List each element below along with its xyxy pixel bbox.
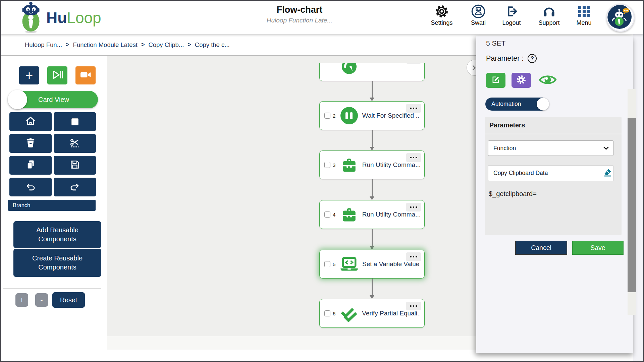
breadcrumb: Huloop Fun... > Function Module Latest >… [1, 34, 476, 56]
video-camera-icon [79, 68, 92, 82]
node-checkbox[interactable] [324, 113, 330, 119]
page-title-block: Flow-chart Huloop Function Late... [267, 5, 332, 24]
delete-button[interactable] [9, 134, 52, 153]
node-menu-button[interactable] [406, 203, 421, 212]
node-checkbox[interactable] [324, 212, 330, 218]
settings-parameter-button[interactable] [512, 73, 531, 88]
cut-button[interactable] [54, 134, 96, 153]
flow-node-6[interactable]: 6 Verify Partial Equali... [319, 299, 425, 328]
home-icon [25, 115, 36, 128]
user-avatar[interactable] [606, 4, 635, 32]
gear-icon [422, 4, 462, 19]
automation-toggle[interactable]: Automation [485, 98, 548, 111]
breadcrumb-item-3[interactable]: Copy Clipb... [148, 41, 184, 49]
pause-icon [339, 107, 359, 124]
copy-button[interactable] [9, 156, 52, 175]
copy-icon [25, 159, 36, 172]
node-menu-button[interactable] [406, 104, 421, 113]
nav-logout[interactable]: Logout [491, 4, 532, 26]
add-reusable-components-button[interactable]: Add Reusable Components [13, 221, 101, 248]
function-select[interactable]: Function [488, 140, 613, 156]
undo-button[interactable] [9, 178, 52, 196]
edit-parameter-button[interactable] [486, 73, 505, 88]
home-button[interactable] [9, 112, 52, 131]
zoom-out-button[interactable]: - [35, 293, 48, 307]
page-title: Flow-chart [267, 5, 332, 15]
panel-scrollbar-thumb[interactable] [628, 118, 636, 292]
flowchart-viewport: 2 Wait For Specified ... 3 Run Utility C… [107, 63, 476, 336]
node-menu-button[interactable] [406, 63, 421, 64]
function-select-value: Function [493, 145, 516, 152]
node-menu-button[interactable] [406, 252, 421, 261]
gear-icon [516, 75, 526, 86]
run-pause-button[interactable] [47, 66, 67, 84]
record-button[interactable] [75, 66, 96, 84]
edit-icon [491, 75, 500, 86]
save-button[interactable]: Save [572, 241, 624, 255]
node-checkbox[interactable] [324, 261, 330, 267]
flow-node-5[interactable]: 5 Set a Variable Value [319, 250, 425, 279]
eye-icon [539, 74, 557, 87]
flow-connector [372, 179, 373, 197]
nav-support[interactable]: Support [529, 4, 569, 26]
save-flow-button[interactable] [54, 156, 96, 175]
toggle-knob [537, 98, 549, 110]
expression-text: $_getclipboard= [489, 190, 537, 198]
add-node-button[interactable]: + [19, 66, 39, 84]
action-name-input[interactable] [488, 165, 613, 181]
flow-node-3[interactable]: 3 Run Utility Comma... [319, 150, 425, 179]
breadcrumb-item-2[interactable]: Function Module Latest [73, 41, 138, 49]
reset-zoom-button[interactable]: Reset [52, 292, 85, 308]
create-reusable-components-button[interactable]: Create Reusable Components [13, 249, 101, 277]
headset-icon [529, 4, 569, 19]
brand-name: HuLoop [46, 9, 101, 27]
breadcrumb-item-4[interactable]: Copy the c... [195, 41, 230, 49]
breadcrumb-separator: > [141, 41, 145, 48]
node-checkbox[interactable] [324, 162, 330, 168]
canvas-band [107, 336, 476, 350]
node-menu-button[interactable] [406, 153, 421, 162]
parameter-label: Parameter : [486, 54, 524, 63]
breadcrumb-item-1[interactable]: Huloop Fun... [25, 41, 62, 49]
parameter-header: Parameter : ? [486, 54, 537, 63]
step-properties-panel: 5 SET Parameter : ? [476, 36, 633, 353]
flow-node-2[interactable]: 2 Wait For Specified ... [319, 101, 425, 130]
huloop-bot-avatar-icon [607, 5, 632, 29]
toolbox-icon [339, 157, 359, 173]
preview-button[interactable] [538, 73, 557, 88]
flow-connector [372, 130, 373, 147]
stop-icon [71, 118, 78, 125]
parameters-divider [485, 134, 622, 134]
browser-icon [339, 63, 359, 75]
automation-label: Automation [491, 101, 521, 108]
nav-settings[interactable]: Settings [422, 4, 462, 26]
canvas-footer-area [107, 350, 476, 361]
step-label: 5 SET [486, 39, 505, 47]
parameters-box: Parameters Function $_getclipboard= [485, 117, 622, 235]
huloop-window: HuLoop Flow-chart Huloop Function Late..… [0, 0, 644, 362]
stop-button[interactable] [54, 112, 96, 131]
flowchart-canvas[interactable]: 2 Wait For Specified ... 3 Run Utility C… [107, 56, 476, 361]
flow-connector [372, 229, 373, 246]
zoom-in-button[interactable]: + [15, 293, 28, 307]
plus-icon: + [25, 68, 33, 83]
card-view-toggle[interactable]: Card View [9, 91, 98, 108]
undo-icon [25, 181, 36, 193]
eraser-icon[interactable] [603, 168, 612, 179]
chevron-down-icon [603, 146, 609, 150]
cancel-button[interactable]: Cancel [515, 241, 567, 255]
nav-menu[interactable]: Menu [564, 4, 604, 26]
breadcrumb-separator: > [66, 41, 69, 48]
flow-node-1[interactable] [319, 63, 425, 81]
huloop-logo[interactable]: HuLoop [18, 1, 101, 34]
page-subtitle: Huloop Function Late... [267, 17, 332, 24]
app-header: HuLoop Flow-chart Huloop Function Late..… [1, 1, 643, 34]
help-icon[interactable]: ? [528, 54, 537, 63]
redo-button[interactable] [54, 178, 96, 196]
node-checkbox[interactable] [324, 310, 330, 316]
cut-icon [69, 137, 80, 150]
flow-node-4[interactable]: 4 Run Utility Comma... [319, 200, 425, 229]
save-icon [69, 159, 80, 172]
branch-button[interactable]: Branch [8, 200, 96, 211]
node-menu-button[interactable] [406, 302, 421, 310]
